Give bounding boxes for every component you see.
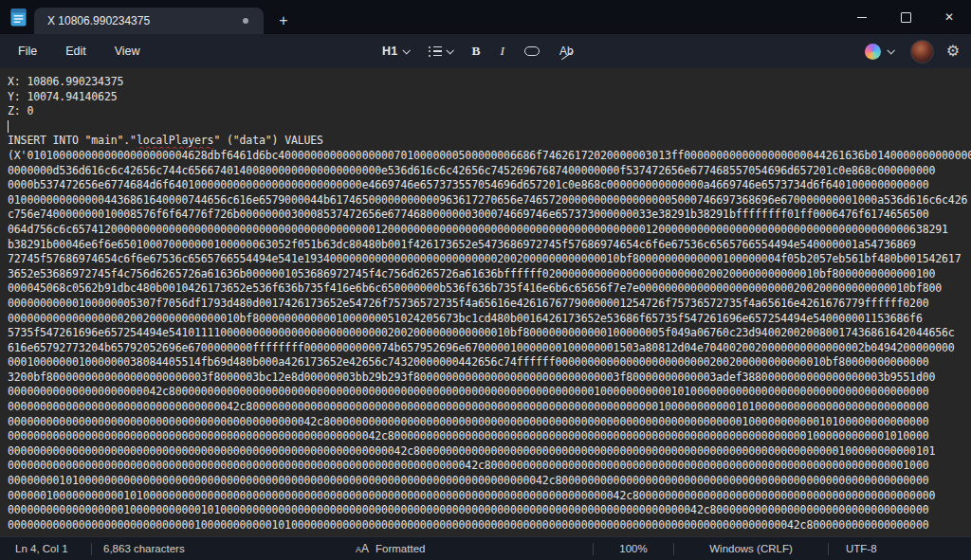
- editor-line: 3652e53686972745f4c756d6265726a61636b000…: [8, 267, 971, 282]
- character-count: 6,863 characters: [92, 543, 265, 554]
- toolbar-right: ⚙: [860, 34, 960, 68]
- minimize-button[interactable]: [840, 0, 884, 34]
- hyperlink-button[interactable]: [518, 42, 546, 61]
- text-format-icon: AA: [356, 542, 369, 555]
- spellcheck-squiggle: localPlayers: [137, 134, 214, 147]
- new-tab-button[interactable]: +: [269, 9, 298, 33]
- text-cursor: [8, 120, 9, 133]
- editor-line: 0000000000000000000000000000000000000000…: [8, 415, 971, 430]
- settings-button[interactable]: ⚙: [946, 43, 960, 60]
- italic-icon: I: [501, 44, 505, 59]
- editor-line: 0000000000000000000000000000000000000000…: [8, 444, 971, 460]
- clear-formatting-icon: Ab: [559, 45, 574, 58]
- editor-line: b38291b00046e6f6e65010007000000010000006…: [8, 238, 971, 253]
- cursor-position: Ln 4, Col 1: [0, 543, 91, 554]
- editor-line: 5735f547261696e657254494e541011110000000…: [8, 326, 971, 341]
- editor-line: (X'0101000000000000000000004628dbf6461d6…: [8, 149, 971, 164]
- plus-icon: +: [279, 12, 287, 29]
- line-ending[interactable]: Windows (CRLF): [674, 543, 828, 554]
- editor-line: 000045068c0562b91dbc480b0010426173652e53…: [8, 281, 971, 297]
- format-toolbar: H1 B I Ab: [376, 34, 580, 68]
- list-dropdown[interactable]: [422, 42, 459, 62]
- chevron-down-icon: [887, 46, 894, 54]
- editor-line: 0000000d536d616c6c42656c744c656674014008…: [8, 164, 971, 179]
- editor-line: INSERT INTO "main"."localPlayers" ("data…: [8, 134, 971, 149]
- close-button[interactable]: ✕: [927, 0, 971, 34]
- editor-line: 0000000000000000000000000000000000000000…: [8, 429, 971, 444]
- menu-bar: File Edit View: [0, 39, 151, 63]
- chevron-down-icon: [446, 46, 453, 54]
- heading-label: H1: [382, 45, 398, 58]
- maximize-button[interactable]: [884, 0, 927, 34]
- editor-line: 000000000000000000000042c800000000000000…: [8, 385, 971, 400]
- editor-line: 0000000000000000001000000000001010000000…: [8, 503, 971, 518]
- menu-view[interactable]: View: [104, 39, 151, 63]
- formatted-indicator[interactable]: AA Formatted: [356, 542, 425, 555]
- editor-line: 72745f57686974654c6f6e67536c656576655449…: [8, 252, 971, 267]
- bullet-list-icon: [429, 46, 442, 57]
- account-avatar[interactable]: [910, 40, 934, 63]
- editor-line: 0100000000000004436861640000744656c616e6…: [8, 193, 971, 208]
- editor-line: c756e740000000010008576f6f64776f726b0000…: [8, 208, 971, 223]
- menu-toolbar: File Edit View H1 B I: [0, 34, 971, 68]
- editor-line: 000000000000000000000000000000000042c800…: [8, 400, 971, 415]
- tab-title: X 10806.990234375: [47, 14, 243, 27]
- italic-button[interactable]: I: [494, 39, 512, 63]
- close-icon: ✕: [944, 11, 954, 23]
- editor-line: 000000000000000000200200000000000010bf80…: [8, 312, 971, 327]
- formatted-label: Formatted: [376, 543, 425, 554]
- link-icon: [524, 46, 540, 56]
- editor-line: 0000000000000000000000000000000000000000…: [8, 459, 971, 474]
- editor-line: 0000000000000000000000000000010000000000…: [8, 518, 971, 533]
- editor-line: 616e65792773204b65792052696e6700000000ff…: [8, 341, 971, 356]
- statusbar-right: 100% Windows (CRLF) UTF-8: [593, 537, 971, 560]
- editor-line: 0000001000000000001010000000000000000000…: [8, 489, 971, 504]
- notepad-window: X 10806.990234375 + ✕ File Edit View H1: [0, 0, 971, 560]
- copilot-button[interactable]: [860, 40, 898, 63]
- status-bar: Ln 4, Col 1 6,863 characters AA Formatte…: [0, 536, 971, 560]
- encoding[interactable]: UTF-8: [829, 543, 971, 554]
- editor-line: 000100000001000000038084405514fb69d480b0…: [8, 355, 971, 370]
- chevron-down-icon: [402, 46, 410, 54]
- editor-line: 0000b537472656e6774684d6f640100000000000…: [8, 178, 971, 193]
- editor-line: Y: 10074.94140625: [8, 90, 971, 105]
- menu-file[interactable]: File: [8, 39, 47, 63]
- editor-line: [8, 119, 971, 135]
- editor-line: 0000000010100000000000000000000000000000…: [8, 474, 971, 489]
- title-bar: X 10806.990234375 + ✕: [0, 0, 971, 34]
- editor-line: 3200bf8000000000000000000000003f8000003b…: [8, 370, 971, 386]
- editor-line: 064d756c6c657412000000000000000000000000…: [8, 223, 971, 238]
- editor-line: X: 10806.990234375: [8, 75, 971, 90]
- zoom-level[interactable]: 100%: [594, 543, 673, 554]
- menu-edit[interactable]: Edit: [55, 39, 97, 63]
- clear-formatting-button[interactable]: Ab: [553, 40, 580, 63]
- editor-line: 00000000000100000005307f7056df1793d480d0…: [8, 297, 971, 312]
- bold-button[interactable]: B: [466, 39, 487, 63]
- notepad-app-icon: [10, 8, 27, 27]
- bold-icon: B: [472, 44, 481, 59]
- maximize-icon: [901, 12, 911, 23]
- document-tab[interactable]: X 10806.990234375: [34, 8, 264, 34]
- gear-icon: ⚙: [946, 43, 960, 59]
- unsaved-dot-icon: [243, 18, 248, 24]
- minimize-icon: [857, 17, 867, 18]
- editor-line: Z: 0: [8, 104, 971, 119]
- copilot-icon: [865, 44, 881, 60]
- heading-dropdown[interactable]: H1: [376, 40, 415, 63]
- editor[interactable]: X: 10806.990234375Y: 10074.94140625Z: 0I…: [0, 68, 971, 536]
